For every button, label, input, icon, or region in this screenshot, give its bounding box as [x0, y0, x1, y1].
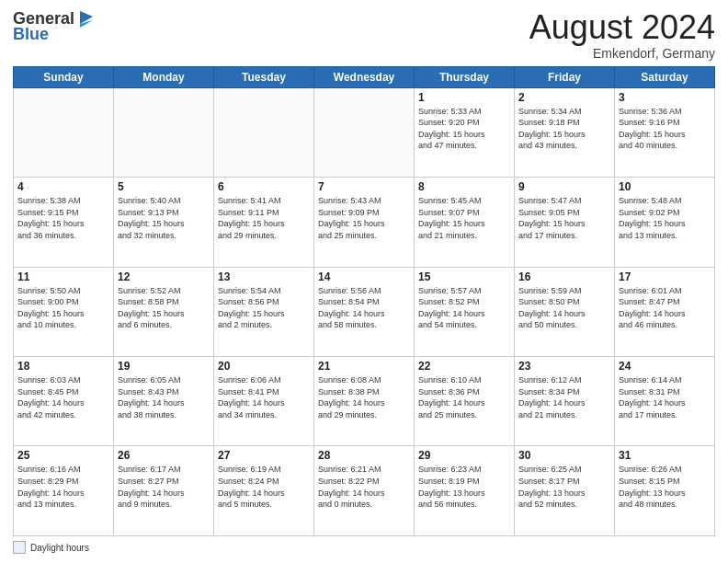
calendar-cell: 7Sunrise: 5:43 AM Sunset: 9:09 PM Daylig… [314, 178, 415, 267]
week-row-2: 11Sunrise: 5:50 AM Sunset: 9:00 PM Dayli… [14, 267, 715, 356]
page: General Blue August 2024 Emkendorf, Germ… [0, 0, 728, 563]
calendar-cell: 21Sunrise: 6:08 AM Sunset: 8:38 PM Dayli… [314, 357, 415, 446]
col-thursday: Thursday [415, 66, 515, 87]
day-number: 29 [418, 449, 510, 462]
day-number: 8 [418, 180, 510, 193]
day-number: 12 [118, 270, 210, 283]
calendar-cell: 8Sunrise: 5:45 AM Sunset: 9:07 PM Daylig… [415, 178, 515, 267]
day-number: 16 [518, 270, 610, 283]
day-number: 20 [218, 360, 310, 373]
calendar-cell: 11Sunrise: 5:50 AM Sunset: 9:00 PM Dayli… [14, 267, 114, 356]
logo-blue-text: Blue [13, 25, 49, 44]
calendar-cell: 25Sunrise: 6:16 AM Sunset: 8:29 PM Dayli… [14, 446, 114, 536]
legend-label: Daylight hours [30, 543, 89, 553]
legend: Daylight hours [13, 541, 715, 554]
day-number: 30 [518, 449, 610, 462]
day-number: 7 [318, 180, 410, 193]
day-number: 27 [218, 449, 310, 462]
day-number: 28 [318, 449, 410, 462]
calendar-cell: 15Sunrise: 5:57 AM Sunset: 8:52 PM Dayli… [415, 267, 515, 356]
calendar-cell: 16Sunrise: 5:59 AM Sunset: 8:50 PM Dayli… [515, 267, 615, 356]
day-info: Sunrise: 5:57 AM Sunset: 8:52 PM Dayligh… [418, 285, 510, 331]
day-info: Sunrise: 5:40 AM Sunset: 9:13 PM Dayligh… [118, 195, 210, 241]
day-info: Sunrise: 6:19 AM Sunset: 8:24 PM Dayligh… [218, 464, 310, 510]
day-number: 26 [118, 449, 210, 462]
day-number: 14 [318, 270, 410, 283]
day-number: 6 [218, 180, 310, 193]
legend-box [13, 541, 26, 554]
day-info: Sunrise: 6:10 AM Sunset: 8:36 PM Dayligh… [418, 374, 510, 420]
day-info: Sunrise: 6:17 AM Sunset: 8:27 PM Dayligh… [118, 464, 210, 510]
day-info: Sunrise: 5:54 AM Sunset: 8:56 PM Dayligh… [218, 285, 310, 331]
col-saturday: Saturday [615, 66, 715, 87]
day-number: 2 [518, 91, 610, 104]
col-tuesday: Tuesday [214, 66, 314, 87]
calendar-cell [314, 87, 415, 177]
day-info: Sunrise: 5:36 AM Sunset: 9:16 PM Dayligh… [619, 106, 711, 152]
title-block: August 2024 Emkendorf, Germany [529, 9, 715, 61]
day-number: 5 [118, 180, 210, 193]
col-monday: Monday [114, 66, 214, 87]
calendar-cell: 31Sunrise: 6:26 AM Sunset: 8:15 PM Dayli… [615, 446, 715, 536]
calendar-cell: 30Sunrise: 6:25 AM Sunset: 8:17 PM Dayli… [515, 446, 615, 536]
day-number: 24 [619, 360, 711, 373]
day-info: Sunrise: 6:06 AM Sunset: 8:41 PM Dayligh… [218, 374, 310, 420]
day-info: Sunrise: 6:26 AM Sunset: 8:15 PM Dayligh… [619, 464, 711, 510]
calendar-cell: 9Sunrise: 5:47 AM Sunset: 9:05 PM Daylig… [515, 178, 615, 267]
day-info: Sunrise: 6:03 AM Sunset: 8:45 PM Dayligh… [17, 374, 109, 420]
calendar-cell [14, 87, 114, 177]
calendar-table: Sunday Monday Tuesday Wednesday Thursday… [13, 66, 715, 536]
day-info: Sunrise: 5:41 AM Sunset: 9:11 PM Dayligh… [218, 195, 310, 241]
col-wednesday: Wednesday [314, 66, 415, 87]
calendar-cell: 14Sunrise: 5:56 AM Sunset: 8:54 PM Dayli… [314, 267, 415, 356]
week-row-1: 4Sunrise: 5:38 AM Sunset: 9:15 PM Daylig… [14, 178, 715, 267]
day-number: 19 [118, 360, 210, 373]
day-info: Sunrise: 6:05 AM Sunset: 8:43 PM Dayligh… [118, 374, 210, 420]
day-number: 22 [418, 360, 510, 373]
day-number: 11 [17, 270, 109, 283]
week-row-4: 25Sunrise: 6:16 AM Sunset: 8:29 PM Dayli… [14, 446, 715, 536]
calendar-cell: 20Sunrise: 6:06 AM Sunset: 8:41 PM Dayli… [214, 357, 314, 446]
calendar-cell: 3Sunrise: 5:36 AM Sunset: 9:16 PM Daylig… [615, 87, 715, 177]
calendar-cell: 5Sunrise: 5:40 AM Sunset: 9:13 PM Daylig… [114, 178, 214, 267]
calendar-cell: 26Sunrise: 6:17 AM Sunset: 8:27 PM Dayli… [114, 446, 214, 536]
day-info: Sunrise: 5:38 AM Sunset: 9:15 PM Dayligh… [17, 195, 109, 241]
day-info: Sunrise: 5:47 AM Sunset: 9:05 PM Dayligh… [518, 195, 610, 241]
header: General Blue August 2024 Emkendorf, Germ… [13, 9, 715, 61]
day-number: 3 [619, 91, 711, 104]
day-info: Sunrise: 5:59 AM Sunset: 8:50 PM Dayligh… [518, 285, 610, 331]
calendar-cell: 27Sunrise: 6:19 AM Sunset: 8:24 PM Dayli… [214, 446, 314, 536]
calendar-cell: 18Sunrise: 6:03 AM Sunset: 8:45 PM Dayli… [14, 357, 114, 446]
day-number: 25 [17, 449, 109, 462]
day-info: Sunrise: 6:08 AM Sunset: 8:38 PM Dayligh… [318, 374, 410, 420]
day-number: 17 [619, 270, 711, 283]
calendar-cell: 4Sunrise: 5:38 AM Sunset: 9:15 PM Daylig… [14, 178, 114, 267]
day-info: Sunrise: 5:45 AM Sunset: 9:07 PM Dayligh… [418, 195, 510, 241]
calendar-cell: 1Sunrise: 5:33 AM Sunset: 9:20 PM Daylig… [415, 87, 515, 177]
calendar-cell: 28Sunrise: 6:21 AM Sunset: 8:22 PM Dayli… [314, 446, 415, 536]
day-number: 9 [518, 180, 610, 193]
day-number: 4 [17, 180, 109, 193]
logo-icon [76, 7, 97, 28]
day-info: Sunrise: 6:16 AM Sunset: 8:29 PM Dayligh… [17, 464, 109, 510]
calendar-cell: 2Sunrise: 5:34 AM Sunset: 9:18 PM Daylig… [515, 87, 615, 177]
calendar-cell: 10Sunrise: 5:48 AM Sunset: 9:02 PM Dayli… [615, 178, 715, 267]
day-number: 13 [218, 270, 310, 283]
calendar-cell: 17Sunrise: 6:01 AM Sunset: 8:47 PM Dayli… [615, 267, 715, 356]
day-info: Sunrise: 5:56 AM Sunset: 8:54 PM Dayligh… [318, 285, 410, 331]
day-info: Sunrise: 5:34 AM Sunset: 9:18 PM Dayligh… [518, 106, 610, 152]
calendar-cell: 23Sunrise: 6:12 AM Sunset: 8:34 PM Dayli… [515, 357, 615, 446]
calendar-cell: 13Sunrise: 5:54 AM Sunset: 8:56 PM Dayli… [214, 267, 314, 356]
day-number: 21 [318, 360, 410, 373]
day-number: 15 [418, 270, 510, 283]
day-info: Sunrise: 5:52 AM Sunset: 8:58 PM Dayligh… [118, 285, 210, 331]
day-number: 1 [418, 91, 510, 104]
week-row-0: 1Sunrise: 5:33 AM Sunset: 9:20 PM Daylig… [14, 87, 715, 177]
col-friday: Friday [515, 66, 615, 87]
calendar-cell: 6Sunrise: 5:41 AM Sunset: 9:11 PM Daylig… [214, 178, 314, 267]
calendar-header-row: Sunday Monday Tuesday Wednesday Thursday… [14, 66, 715, 87]
col-sunday: Sunday [14, 66, 114, 87]
day-number: 18 [17, 360, 109, 373]
day-info: Sunrise: 6:12 AM Sunset: 8:34 PM Dayligh… [518, 374, 610, 420]
calendar-cell: 29Sunrise: 6:23 AM Sunset: 8:19 PM Dayli… [415, 446, 515, 536]
